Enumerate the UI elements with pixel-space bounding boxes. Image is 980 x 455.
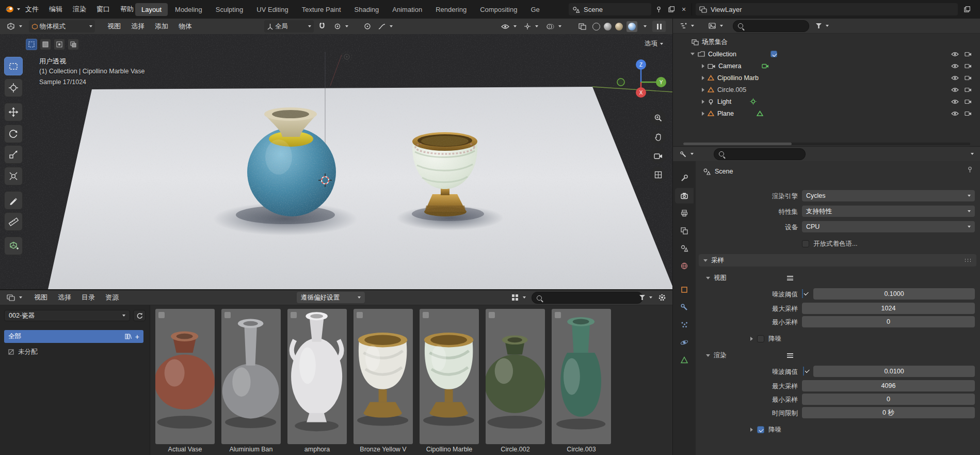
shading-wireframe-icon[interactable] xyxy=(592,23,600,30)
gizmo-axis-neg-y[interactable] xyxy=(617,79,624,86)
outliner-row-plane[interactable]: Plane xyxy=(702,107,763,119)
zoom-button[interactable] xyxy=(650,110,666,125)
catalog-item-unassigned[interactable]: 未分配 xyxy=(4,346,143,358)
expand-icon[interactable] xyxy=(702,100,704,104)
gizmos-dropdown[interactable] xyxy=(521,20,541,33)
import-method-dropdown[interactable]: 遵循偏好设置 xyxy=(297,292,365,303)
disable-render-toggle[interactable] xyxy=(963,48,973,60)
outliner-search-input[interactable] xyxy=(733,20,809,32)
menu-file[interactable]: 文件 xyxy=(20,0,44,19)
add-catalog-icon[interactable]: + xyxy=(135,333,139,341)
outliner-row-circle005[interactable]: Circle.005 xyxy=(702,84,746,96)
menu-window[interactable]: 窗口 xyxy=(91,0,115,19)
panel-grip-icon[interactable] xyxy=(964,258,972,262)
asset-search-input[interactable] xyxy=(532,292,643,304)
tool-annotate[interactable] xyxy=(4,191,23,210)
disable-render-toggle[interactable] xyxy=(963,72,973,84)
menu-render[interactable]: 渲染 xyxy=(68,0,91,19)
asset-menu-asset[interactable]: 资源 xyxy=(100,290,124,305)
display-settings-dropdown[interactable] xyxy=(509,291,528,304)
catalog-shelf-icon[interactable] xyxy=(125,334,132,339)
asset-item[interactable]: Aluminium Ban xyxy=(221,309,281,453)
catalog-item-all[interactable]: 全部 + xyxy=(4,330,143,343)
select-set-button[interactable] xyxy=(26,39,37,50)
tool-transform[interactable] xyxy=(4,167,23,185)
asset-filter-dropdown[interactable] xyxy=(637,291,655,304)
new-scene-icon[interactable] xyxy=(666,4,677,14)
proportional-edit-toggle[interactable] xyxy=(361,20,374,33)
tab-physics[interactable] xyxy=(675,335,694,350)
outliner-row-light[interactable]: Light xyxy=(702,96,757,107)
outliner-display-mode-dropdown[interactable] xyxy=(706,20,726,32)
tab-rendering[interactable]: Rendering xyxy=(429,3,473,16)
render-noise-field[interactable]: 0.0100 xyxy=(813,366,975,377)
3d-viewport[interactable]: 选项 用户透视 (1) Collection | Cipollino Marbl… xyxy=(0,34,672,289)
outliner-editor-type-button[interactable] xyxy=(677,20,697,32)
shading-material-icon[interactable] xyxy=(615,23,623,30)
hide-viewport-toggle[interactable] xyxy=(950,84,960,96)
hide-viewport-toggle[interactable] xyxy=(950,48,960,60)
expand-icon[interactable] xyxy=(702,88,704,92)
tool-measure[interactable] xyxy=(4,212,23,231)
properties-options-caret-icon[interactable] xyxy=(971,153,974,155)
asset-editor-type-button[interactable] xyxy=(4,291,25,304)
select-intersect-button[interactable] xyxy=(68,39,79,50)
render-denoise-checkbox[interactable] xyxy=(757,426,764,433)
viewport-subpanel-header[interactable]: 视图 xyxy=(706,272,793,284)
pin-scene-icon[interactable] xyxy=(653,4,664,14)
render-min-samples-field[interactable]: 0 xyxy=(802,394,975,405)
disable-render-toggle[interactable] xyxy=(963,60,973,72)
tab-output[interactable] xyxy=(675,206,694,221)
osl-checkbox[interactable] xyxy=(802,240,809,247)
tool-move[interactable] xyxy=(4,103,23,121)
select-extend-button[interactable] xyxy=(40,39,51,50)
tab-geometry-nodes[interactable]: Ge xyxy=(524,3,545,16)
outliner-row-camera[interactable]: Camera xyxy=(702,60,769,72)
shading-rendered-active[interactable] xyxy=(626,21,637,32)
tab-particles[interactable] xyxy=(675,317,694,333)
tab-modifiers[interactable] xyxy=(675,300,694,315)
tool-rotate[interactable] xyxy=(4,124,23,143)
properties-search-input[interactable] xyxy=(714,148,806,160)
snap-settings-dropdown[interactable] xyxy=(331,20,351,33)
menu-add[interactable]: 添加 xyxy=(150,19,173,34)
camera-view-button[interactable] xyxy=(650,148,666,163)
viewlayer-selector[interactable]: ViewLayer xyxy=(696,3,958,15)
pause-render-button[interactable] xyxy=(652,21,666,32)
outliner-row-scene-collection[interactable]: 场景集合 xyxy=(692,36,728,48)
proportional-falloff-dropdown[interactable] xyxy=(376,20,395,33)
viewport-denoise-checkbox[interactable] xyxy=(757,335,764,342)
device-dropdown[interactable]: CPU xyxy=(802,221,975,232)
hide-viewport-toggle[interactable] xyxy=(950,96,960,107)
tab-world[interactable] xyxy=(675,258,694,274)
max-samples-field[interactable]: 1024 xyxy=(802,303,975,314)
pan-button[interactable] xyxy=(650,129,666,145)
tab-uv-editing[interactable]: UV Editing xyxy=(250,3,294,16)
asset-item[interactable]: Circle.003 xyxy=(552,309,611,453)
engine-dropdown[interactable]: Cycles xyxy=(802,190,975,201)
tab-layout[interactable]: Layout xyxy=(135,3,168,16)
tab-tool[interactable] xyxy=(675,170,694,186)
blender-logo-icon[interactable] xyxy=(4,4,14,14)
tab-animation[interactable]: Animation xyxy=(386,3,428,16)
select-subtract-button[interactable] xyxy=(54,39,65,50)
tab-modeling[interactable]: Modeling xyxy=(169,3,208,16)
tab-view-layer[interactable] xyxy=(675,223,694,239)
viewport-denoise-row[interactable]: 降噪 xyxy=(750,333,781,345)
properties-editor-type-button[interactable] xyxy=(677,148,696,160)
asset-item[interactable]: amphora xyxy=(287,309,347,453)
scene-selector[interactable]: Scene xyxy=(569,3,651,15)
outliner-filter-button[interactable] xyxy=(813,20,831,32)
collection-checkbox[interactable] xyxy=(770,51,777,57)
tab-render[interactable] xyxy=(675,188,694,203)
menu-object[interactable]: 物体 xyxy=(173,19,197,34)
xray-toggle[interactable] xyxy=(576,20,589,33)
asset-item[interactable]: Bronze Yellow V xyxy=(354,309,413,453)
asset-item[interactable]: Actual Vase xyxy=(155,309,215,453)
tab-object[interactable] xyxy=(675,282,694,297)
panel-menu-icon[interactable] xyxy=(787,353,793,358)
expand-icon[interactable] xyxy=(702,76,704,80)
mode-dropdown[interactable]: 物体模式 xyxy=(29,20,95,33)
panel-menu-icon[interactable] xyxy=(787,276,793,280)
disable-render-toggle[interactable] xyxy=(963,107,973,119)
